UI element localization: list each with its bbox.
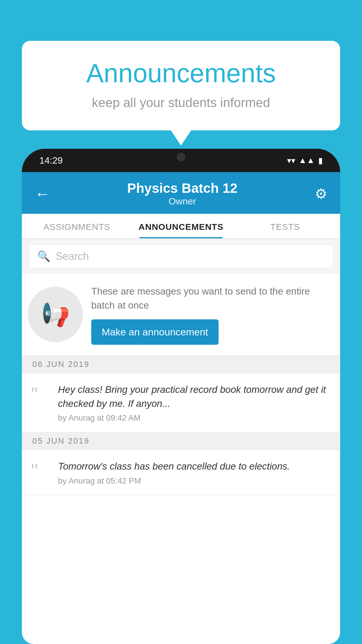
announcement-item-1: " Hey class! Bring your practical record… [22, 373, 340, 433]
promo-description: These are messages you want to send to t… [91, 284, 331, 312]
speech-bubble-card: Announcements keep all your students inf… [22, 41, 340, 130]
promo-icon-circle: 📢 [28, 287, 83, 342]
header-role: Owner [50, 196, 315, 207]
batch-name: Physics Batch 12 [50, 180, 315, 196]
date-separator-2: 05 JUN 2019 [22, 432, 340, 450]
status-time: 14:29 [39, 155, 63, 166]
phone-notch [161, 149, 201, 163]
phone-frame: 14:29 ▾▾ ▲▲ ▮ ← Physics Batch 12 Owner ⚙… [22, 149, 340, 644]
status-bar: 14:29 ▾▾ ▲▲ ▮ [22, 149, 340, 172]
promo-block: 📢 These are messages you want to send to… [22, 274, 340, 356]
announcement-text-block-1: Hey class! Bring your practical record b… [58, 383, 331, 423]
app-header: ← Physics Batch 12 Owner ⚙ [22, 172, 340, 214]
announcement-meta-1: by Anurag at 09:42 AM [58, 413, 331, 423]
announcement-text-block-2: Tomorrow's class has been cancelled due … [58, 459, 290, 486]
megaphone-icon: 📢 [41, 301, 70, 328]
search-container: 🔍 Search [22, 239, 340, 274]
promo-right: These are messages you want to send to t… [91, 284, 331, 345]
search-placeholder: Search [56, 250, 89, 262]
settings-button[interactable]: ⚙ [315, 186, 327, 202]
tab-announcements[interactable]: ANNOUNCEMENTS [129, 214, 233, 238]
back-button[interactable]: ← [35, 185, 50, 202]
quote-icon-2: " [31, 459, 51, 480]
bubble-subtitle: keep all your students informed [45, 95, 317, 110]
battery-icon: ▮ [318, 156, 323, 165]
header-title-block: Physics Batch 12 Owner [50, 180, 315, 207]
date-separator-1: 06 JUN 2019 [22, 356, 340, 373]
status-icons: ▾▾ ▲▲ ▮ [287, 156, 323, 165]
wifi-icon: ▾▾ [287, 156, 295, 165]
announcement-text-2: Tomorrow's class has been cancelled due … [58, 459, 290, 473]
tab-tests[interactable]: TESTS [233, 214, 337, 238]
app-content: ← Physics Batch 12 Owner ⚙ ASSIGNMENTS A… [22, 172, 340, 644]
make-announcement-button[interactable]: Make an announcement [91, 319, 219, 345]
bubble-title: Announcements [45, 58, 317, 88]
announcement-meta-2: by Anurag at 05:42 PM [58, 476, 290, 486]
search-icon: 🔍 [37, 250, 50, 262]
announcement-text-1: Hey class! Bring your practical record b… [58, 383, 331, 411]
signal-icon: ▲▲ [299, 156, 315, 165]
tab-assignments[interactable]: ASSIGNMENTS [25, 214, 129, 238]
speech-bubble-section: Announcements keep all your students inf… [22, 41, 340, 130]
quote-icon-1: " [31, 383, 51, 403]
phone-camera [177, 153, 185, 161]
search-bar[interactable]: 🔍 Search [29, 245, 333, 268]
announcement-item-2: " Tomorrow's class has been cancelled du… [22, 450, 340, 495]
tabs-bar: ASSIGNMENTS ANNOUNCEMENTS TESTS [22, 214, 340, 239]
